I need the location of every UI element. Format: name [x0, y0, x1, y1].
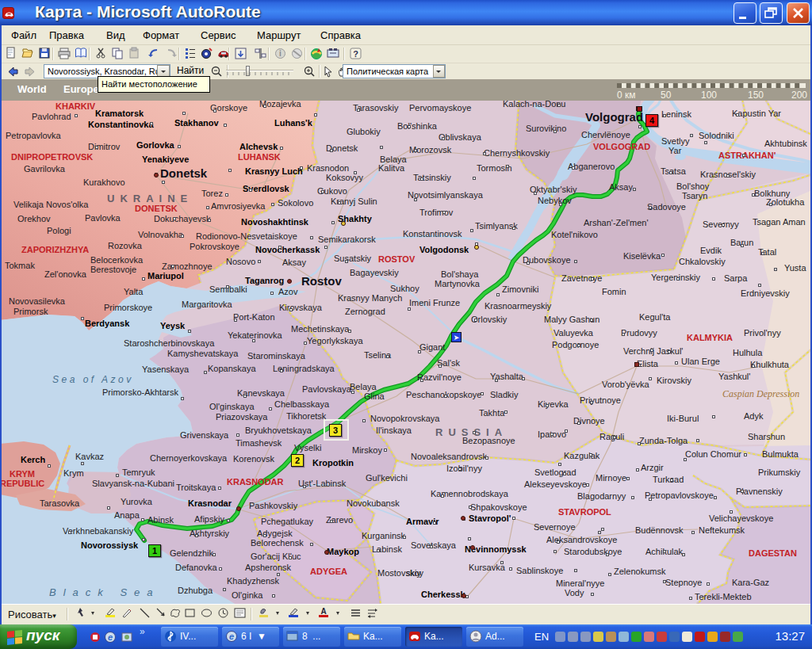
svg-text:A: A	[320, 607, 326, 616]
svg-text:?: ?	[353, 49, 358, 59]
svg-text:i: i	[279, 49, 282, 58]
svg-text:e: e	[108, 632, 113, 642]
svg-text:e: e	[229, 632, 234, 641]
